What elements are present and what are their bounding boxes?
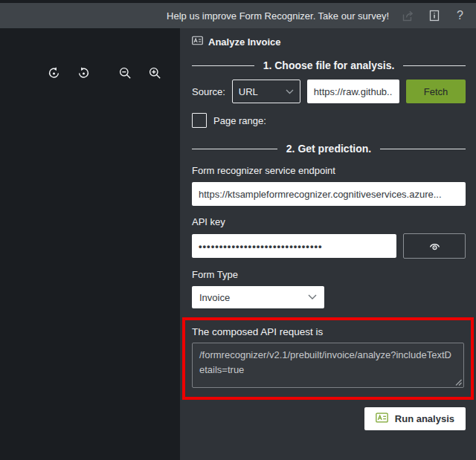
- run-analysis-label: Run analysis: [395, 413, 454, 424]
- survey-message[interactable]: Help us improve Form Recognizer. Take ou…: [167, 10, 389, 22]
- eye-icon: [428, 242, 441, 251]
- step2-heading: 2. Get prediction.: [192, 143, 466, 155]
- page-range-label: Page range:: [213, 115, 266, 126]
- divider: [192, 149, 277, 149]
- help-icon[interactable]: ?: [453, 9, 467, 23]
- divider: [403, 65, 466, 66]
- zoom-in-icon[interactable]: [148, 66, 162, 80]
- analyze-badge-icon: [192, 36, 203, 48]
- divider: [192, 65, 254, 66]
- step2-title: 2. Get prediction.: [286, 143, 371, 155]
- composed-request-value: /formrecognizer/v2.1/prebuilt/invoice/an…: [199, 349, 451, 375]
- panel-title: Analyze Invoice: [208, 36, 281, 48]
- rotate-clockwise-icon[interactable]: [77, 66, 91, 80]
- panel-header: Analyze Invoice: [192, 36, 466, 48]
- step1-title: 1. Choose file for analysis.: [263, 59, 395, 71]
- form-type-value: Invoice: [199, 292, 230, 303]
- page-range-checkbox[interactable]: [192, 113, 207, 128]
- source-type-select[interactable]: URL: [232, 80, 300, 103]
- run-analysis-button[interactable]: Run analysis: [364, 407, 466, 430]
- survey-bar: Help us improve Form Recognizer. Take ou…: [0, 3, 476, 28]
- page-range-row: Page range:: [192, 113, 466, 128]
- divider: [380, 149, 466, 149]
- api-key-row: [192, 233, 466, 259]
- source-row: Source: URL Fetch: [192, 80, 466, 103]
- resize-handle-icon[interactable]: [455, 379, 462, 386]
- endpoint-input[interactable]: [192, 182, 466, 206]
- endpoint-label: Form recognizer service endpoint: [192, 165, 466, 176]
- step1-heading: 1. Choose file for analysis.: [192, 59, 466, 71]
- reading-pane-info-icon[interactable]: [427, 9, 441, 23]
- document-canvas: [0, 28, 180, 460]
- run-row: Run analysis: [192, 407, 466, 430]
- api-key-input[interactable]: [192, 234, 396, 258]
- zoom-out-icon[interactable]: [118, 66, 132, 80]
- share-feedback-icon[interactable]: [401, 9, 415, 23]
- chevron-down-icon: [308, 294, 317, 300]
- source-label: Source:: [192, 86, 225, 97]
- run-analysis-icon: [376, 412, 388, 425]
- composed-request-textarea[interactable]: /formrecognizer/v2.1/prebuilt/invoice/an…: [192, 343, 464, 388]
- analyze-panel: Analyze Invoice 1. Choose file for analy…: [180, 28, 476, 460]
- chevron-down-icon: [286, 89, 294, 94]
- reveal-api-key-button[interactable]: [403, 233, 466, 259]
- rotate-counterclockwise-icon[interactable]: [47, 66, 61, 80]
- source-type-value: URL: [239, 86, 258, 97]
- fetch-button[interactable]: Fetch: [406, 80, 466, 103]
- composed-request-label: The composed API request is: [192, 326, 464, 337]
- canvas-toolbar: [0, 66, 180, 82]
- composed-request-highlight: The composed API request is /formrecogni…: [182, 317, 474, 400]
- form-type-label: Form Type: [192, 269, 466, 280]
- source-url-input[interactable]: [307, 80, 399, 103]
- api-key-label: API key: [192, 216, 466, 227]
- form-type-select[interactable]: Invoice: [192, 286, 324, 308]
